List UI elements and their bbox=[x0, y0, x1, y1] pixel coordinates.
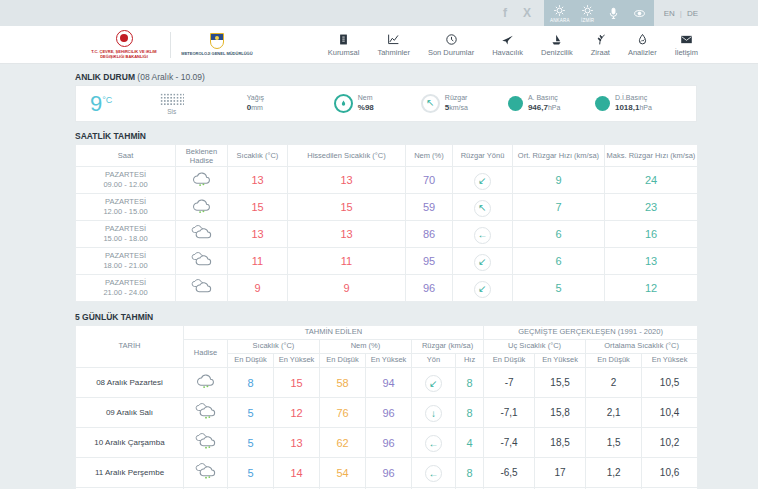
wind-direction-arrow: ← bbox=[474, 227, 491, 244]
daily-row: 11 Aralık Perşembe 5 14 54 96 ← 8 -6,5 1… bbox=[76, 458, 698, 488]
wind-direction-icon: ↖ bbox=[421, 94, 440, 113]
pressure-dot-icon bbox=[508, 96, 523, 111]
page-content: ANLIK DURUM (08 Aralık - 10.09) 9°C Sis … bbox=[75, 64, 697, 489]
fog-icon bbox=[160, 93, 184, 106]
facebook-icon[interactable]: f bbox=[494, 0, 516, 26]
ministry-logo-text: T.C. ÇEVRE, ŞEHİRCİLİK VE İKLİM DEĞİŞİKL… bbox=[88, 49, 160, 59]
daily-row: 08 Aralık Pazartesi 8 15 58 94 ↙ 8 -7 15… bbox=[76, 368, 698, 398]
wheat-icon bbox=[594, 32, 607, 46]
hourly-row: PAZARTESİ09.00 - 12.00 13 13 70 ↙ 9 24 bbox=[76, 167, 698, 194]
envelope-icon bbox=[680, 32, 693, 46]
microphone-icon[interactable] bbox=[606, 5, 622, 21]
weather-icon bbox=[176, 167, 228, 194]
hourly-row: PAZARTESİ15.00 - 18.00 13 13 86 ← 6 16 bbox=[76, 221, 698, 248]
city-widget-label: ANKARA bbox=[550, 19, 570, 24]
current-precipitation: Yağış0mm bbox=[247, 93, 334, 113]
droplet-icon bbox=[636, 32, 649, 46]
nav-iletisim[interactable]: İletişim bbox=[675, 32, 698, 57]
wind-direction-arrow: ← bbox=[425, 465, 442, 482]
city-widget-label: İZMİR bbox=[581, 19, 594, 24]
nav-havacilik[interactable]: Havacılık bbox=[492, 32, 523, 57]
current-temperature: 9°C bbox=[90, 93, 160, 115]
x-twitter-icon[interactable]: X bbox=[516, 0, 538, 26]
hourly-row: PAZARTESİ12.00 - 15.00 15 15 59 ↖ 7 23 bbox=[76, 194, 698, 221]
wind-direction-arrow: ↙ bbox=[425, 375, 442, 392]
current-pressure-sea-level: D.İ.Basınç1018,1hPa bbox=[595, 93, 682, 113]
current-humidity: Nem%98 bbox=[334, 93, 421, 113]
mgm-logo-text: METEOROLOJİ GENEL MÜDÜRLÜĞÜ bbox=[181, 51, 252, 56]
weather-icon bbox=[176, 221, 228, 248]
current-conditions-title: ANLIK DURUM (08 Aralık - 10.09) bbox=[75, 72, 697, 82]
weather-icon bbox=[184, 458, 228, 488]
nav-ziraat[interactable]: Ziraat bbox=[591, 32, 610, 57]
humidity-drop-icon bbox=[334, 94, 353, 113]
top-tools: ANKARA İZMİR bbox=[544, 0, 654, 26]
daily-header-groups: TARİH TAHMİN EDİLEN GEÇMİŞTE GERÇEKLEŞEN… bbox=[76, 326, 698, 340]
hourly-forecast-table: Saat Beklenen Hadise Sıcaklık (°C) Hisse… bbox=[75, 144, 698, 302]
clock-icon bbox=[445, 32, 458, 46]
pressure-dot-icon bbox=[595, 96, 610, 111]
current-wind: ↖ Rüzgar5km/sa bbox=[421, 93, 508, 113]
sailboat-icon bbox=[550, 32, 563, 46]
hourly-row: PAZARTESİ21.00 - 24.00 9 9 96 ↙ 5 12 bbox=[76, 275, 698, 302]
sun-cloud-icon bbox=[552, 2, 568, 18]
hourly-forecast-title: SAATLİK TAHMİN bbox=[75, 131, 697, 141]
city-weather-izmir[interactable]: İZMİR bbox=[580, 2, 596, 24]
ministry-logo[interactable]: T.C. ÇEVRE, ŞEHİRCİLİK VE İKLİM DEĞİŞİKL… bbox=[88, 30, 160, 59]
lang-de[interactable]: DE bbox=[687, 9, 698, 18]
site-header: T.C. ÇEVRE, ŞEHİRCİLİK VE İKLİM DEĞİŞİKL… bbox=[0, 26, 758, 64]
lang-separator: | bbox=[680, 9, 682, 18]
hourly-header-row: Saat Beklenen Hadise Sıcaklık (°C) Hisse… bbox=[76, 145, 698, 167]
main-nav: Kurumsal Tahminler Son Durumlar Havacılı… bbox=[328, 32, 698, 57]
weather-icon bbox=[176, 248, 228, 275]
logo-area: T.C. ÇEVRE, ŞEHİRCİLİK VE İKLİM DEĞİŞİKL… bbox=[88, 26, 253, 63]
current-conditions-bar: 9°C Sis Yağış0mm Nem%98 ↖ Rüzgar5km/sa A… bbox=[75, 85, 697, 122]
wind-direction-arrow: ← bbox=[425, 435, 442, 452]
plane-icon bbox=[501, 32, 514, 46]
top-utility-bar: f X ANKARA İZMİR EN | DE bbox=[0, 0, 758, 26]
daily-forecast-title: 5 GÜNLÜK TAHMİN bbox=[75, 312, 697, 322]
wind-direction-arrow: ↙ bbox=[474, 281, 491, 298]
wind-direction-arrow: ↙ bbox=[474, 173, 491, 190]
nav-denizcilik[interactable]: Denizcilik bbox=[541, 32, 573, 57]
daily-row: 10 Aralık Çarşamba 5 13 62 96 ← 4 -7,4 1… bbox=[76, 428, 698, 458]
nav-tahminler[interactable]: Tahminler bbox=[377, 32, 410, 57]
hourly-row: PAZARTESİ18.00 - 21.00 11 11 95 ↙ 6 13 bbox=[76, 248, 698, 275]
nav-analizler[interactable]: Analizler bbox=[628, 32, 657, 57]
current-condition: Sis bbox=[160, 93, 247, 115]
accessibility-eye-icon[interactable] bbox=[632, 5, 648, 21]
mgm-shield-icon bbox=[210, 33, 224, 49]
ministry-emblem-icon bbox=[116, 30, 133, 47]
weather-icon bbox=[184, 398, 228, 428]
weather-icon bbox=[184, 368, 228, 398]
nav-son-durumlar[interactable]: Son Durumlar bbox=[428, 32, 474, 57]
nav-kurumsal[interactable]: Kurumsal bbox=[328, 32, 360, 57]
wind-direction-arrow: ↓ bbox=[425, 405, 442, 422]
lang-en[interactable]: EN bbox=[664, 9, 675, 18]
logo-divider bbox=[170, 32, 171, 58]
language-switcher: EN | DE bbox=[664, 9, 698, 18]
wind-direction-arrow: ↙ bbox=[474, 254, 491, 271]
city-weather-ankara[interactable]: ANKARA bbox=[550, 2, 570, 24]
mgm-logo[interactable]: METEOROLOJİ GENEL MÜDÜRLÜĞÜ bbox=[181, 33, 253, 56]
chart-icon bbox=[387, 32, 400, 46]
wind-direction-arrow: ↖ bbox=[474, 200, 491, 217]
sun-cloud-icon bbox=[580, 2, 596, 18]
weather-icon bbox=[184, 428, 228, 458]
daily-row: 09 Aralık Salı 5 12 76 96 ↓ 8 -7,1 15,8 … bbox=[76, 398, 698, 428]
weather-icon bbox=[176, 194, 228, 221]
weather-icon bbox=[176, 275, 228, 302]
building-icon bbox=[337, 32, 350, 46]
current-pressure-actual: A. Basınç946,7hPa bbox=[508, 93, 595, 113]
daily-forecast-table: TARİH TAHMİN EDİLEN GEÇMİŞTE GERÇEKLEŞEN… bbox=[75, 325, 698, 489]
